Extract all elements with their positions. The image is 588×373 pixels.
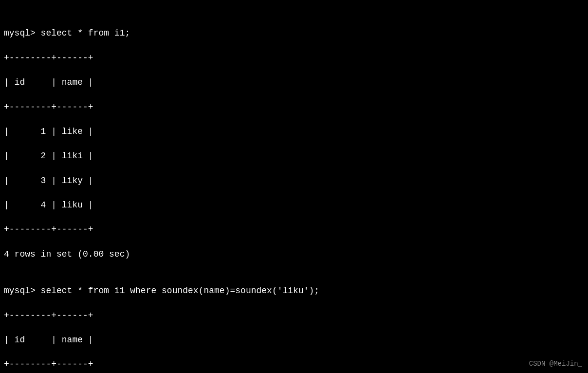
result-1: 4 rows in set (0.00 sec) bbox=[4, 248, 584, 261]
terminal-output: mysql> select * from i1; +--------+-----… bbox=[0, 2, 588, 373]
row-1-4: | 4 | liku | bbox=[4, 199, 584, 211]
watermark: CSDN @MeiJin_ bbox=[529, 359, 582, 369]
separator-1c: +--------+------+ bbox=[4, 224, 584, 236]
row-1-1: | 1 | like | bbox=[4, 126, 584, 138]
separator-2a: +--------+------+ bbox=[4, 310, 584, 322]
separator-1a: +--------+------+ bbox=[4, 52, 584, 64]
row-1-2: | 2 | liki | bbox=[4, 150, 584, 162]
separator-1b: +--------+------+ bbox=[4, 101, 584, 113]
header-1: | id | name | bbox=[4, 76, 584, 89]
row-1-3: | 3 | liky | bbox=[4, 175, 584, 187]
command-2: mysql> select * from i1 where soundex(na… bbox=[4, 285, 584, 297]
separator-2b: +--------+------+ bbox=[4, 358, 584, 371]
command-1: mysql> select * from i1; bbox=[4, 27, 584, 39]
header-2: | id | name | bbox=[4, 334, 584, 346]
